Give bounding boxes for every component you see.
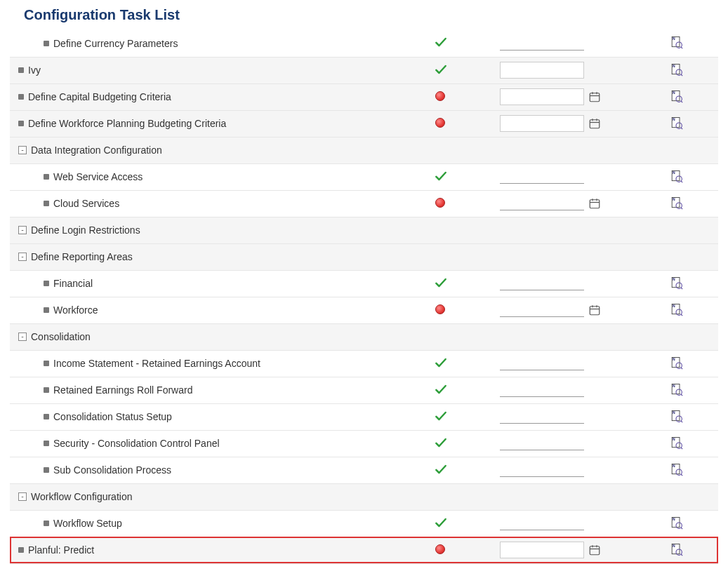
check-icon	[434, 436, 446, 448]
task-row-income-statement[interactable]: Income Statement - Retained Earnings Acc…	[10, 350, 718, 377]
date-input[interactable]	[500, 115, 584, 132]
calendar-icon[interactable]	[588, 197, 601, 210]
notes-search-icon[interactable]	[669, 196, 683, 210]
notes-search-icon[interactable]	[669, 462, 683, 476]
date-field[interactable]	[500, 276, 584, 290]
task-row-financial[interactable]: Financial	[10, 270, 718, 297]
date-field[interactable]	[500, 303, 584, 317]
task-label[interactable]: Web Service Access	[53, 171, 143, 182]
task-label[interactable]: Define Workforce Planning Budgeting Crit…	[28, 118, 226, 129]
date-input[interactable]	[500, 62, 584, 79]
date-field[interactable]	[500, 463, 584, 477]
date-input[interactable]	[500, 88, 584, 105]
notes-search-icon[interactable]	[669, 35, 683, 49]
task-row-define-capital-budget[interactable]: Define Capital Budgeting Criteria	[10, 83, 718, 110]
collapse-icon[interactable]: -	[18, 226, 27, 234]
task-label[interactable]: Data Integration Configuration	[31, 145, 162, 156]
notes-search-icon[interactable]	[669, 276, 683, 290]
task-row-define-reporting-areas[interactable]: -Define Reporting Areas	[10, 243, 718, 270]
task-row-define-workforce-budget[interactable]: Define Workforce Planning Budgeting Crit…	[10, 110, 718, 137]
check-icon	[434, 276, 446, 288]
collapse-icon[interactable]: -	[18, 333, 27, 341]
notes-search-icon[interactable]	[669, 409, 683, 423]
leaf-icon	[44, 467, 49, 473]
leaf-icon	[44, 41, 49, 46]
check-icon	[434, 62, 446, 75]
task-label[interactable]: Security - Consolidation Control Panel	[53, 438, 220, 449]
date-field[interactable]	[500, 196, 584, 210]
leaf-icon	[44, 307, 49, 313]
task-row-define-currency-params[interactable]: Define Currency Parameters	[10, 30, 718, 57]
task-row-security-consolidation[interactable]: Security - Consolidation Control Panel	[10, 430, 718, 457]
task-label[interactable]: Workforce	[53, 304, 98, 316]
notes-search-icon[interactable]	[669, 516, 683, 530]
calendar-icon[interactable]	[588, 544, 601, 556]
notes-search-icon[interactable]	[669, 356, 683, 370]
task-label[interactable]: Cloud Services	[53, 198, 119, 209]
task-row-cloud-services[interactable]: Cloud Services	[10, 190, 718, 217]
task-row-data-integration-config[interactable]: -Data Integration Configuration	[10, 137, 718, 163]
task-label[interactable]: Consolidation Status Setup	[53, 411, 172, 422]
check-icon	[434, 409, 446, 422]
status-red-icon	[435, 544, 445, 554]
check-icon	[434, 169, 446, 182]
collapse-icon[interactable]: -	[18, 146, 27, 154]
date-input[interactable]	[500, 542, 584, 558]
task-label[interactable]: Workflow Setup	[53, 518, 122, 529]
task-row-workflow-setup[interactable]: Workflow Setup	[10, 510, 718, 537]
leaf-icon	[18, 121, 24, 126]
task-label[interactable]: Define Currency Parameters	[53, 38, 178, 49]
calendar-icon[interactable]	[588, 90, 601, 103]
task-label[interactable]: Ivy	[28, 65, 41, 76]
calendar-icon[interactable]	[588, 117, 601, 130]
task-row-workflow-config[interactable]: -Workflow Configuration	[10, 483, 718, 510]
leaf-icon	[44, 361, 49, 366]
status-red-icon	[435, 91, 445, 101]
task-row-workforce[interactable]: Workforce	[10, 297, 718, 323]
date-field[interactable]	[500, 516, 584, 530]
task-row-consolidation[interactable]: -Consolidation	[10, 323, 718, 350]
check-icon	[434, 35, 446, 48]
notes-search-icon[interactable]	[669, 169, 683, 183]
calendar-icon[interactable]	[588, 304, 601, 316]
task-label[interactable]: Workflow Configuration	[31, 491, 132, 502]
task-label[interactable]: Planful: Predict	[28, 544, 94, 556]
task-label[interactable]: Define Reporting Areas	[31, 251, 133, 262]
task-label[interactable]: Financial	[53, 278, 93, 289]
date-field[interactable]	[500, 410, 584, 424]
task-label[interactable]: Define Capital Budgeting Criteria	[28, 91, 171, 102]
task-row-ivy[interactable]: Ivy	[10, 57, 718, 83]
notes-search-icon[interactable]	[669, 89, 683, 103]
date-field[interactable]	[500, 383, 584, 397]
notes-search-icon[interactable]	[669, 62, 683, 76]
task-row-retained-earnings[interactable]: Retained Earnings Roll Forward	[10, 377, 718, 403]
task-label[interactable]: Sub Consolidation Process	[53, 464, 171, 476]
collapse-icon[interactable]: -	[18, 492, 27, 501]
task-label[interactable]: Income Statement - Retained Earnings Acc…	[53, 358, 260, 369]
notes-search-icon[interactable]	[669, 382, 683, 396]
leaf-icon	[18, 94, 24, 100]
leaf-icon	[44, 521, 49, 526]
collapse-icon[interactable]: -	[18, 253, 27, 261]
task-label[interactable]: Define Login Restrictions	[31, 224, 140, 236]
date-field[interactable]	[500, 36, 584, 51]
leaf-icon	[44, 201, 49, 206]
leaf-icon	[18, 547, 24, 553]
date-field[interactable]	[500, 436, 584, 450]
notes-search-icon[interactable]	[669, 302, 683, 316]
task-row-define-login-restrictions[interactable]: -Define Login Restrictions	[10, 217, 718, 243]
notes-search-icon[interactable]	[669, 542, 683, 556]
task-label[interactable]: Consolidation	[31, 331, 91, 342]
date-field[interactable]	[500, 170, 584, 184]
task-row-planful-predict[interactable]: Planful: Predict	[10, 537, 718, 563]
notes-search-icon[interactable]	[669, 116, 683, 130]
task-row-web-service-access[interactable]: Web Service Access	[10, 163, 718, 190]
leaf-icon	[18, 67, 24, 73]
task-label[interactable]: Retained Earnings Roll Forward	[53, 384, 192, 396]
notes-search-icon[interactable]	[669, 436, 683, 450]
task-row-sub-consolidation[interactable]: Sub Consolidation Process	[10, 457, 718, 483]
leaf-icon	[44, 281, 49, 286]
date-field[interactable]	[500, 356, 584, 370]
task-row-consolidation-status-setup[interactable]: Consolidation Status Setup	[10, 403, 718, 430]
check-icon	[434, 382, 446, 395]
